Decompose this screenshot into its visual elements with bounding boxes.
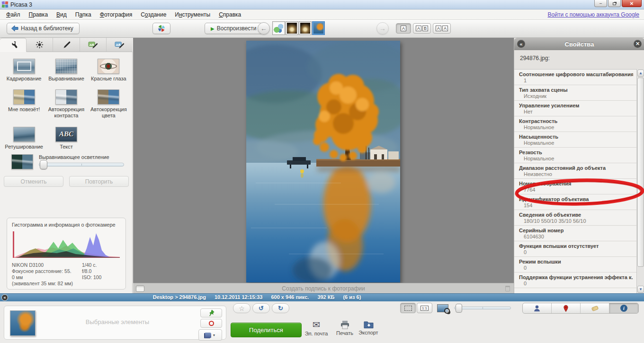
play-button[interactable]: ▶ Воспроизвести bbox=[205, 23, 263, 34]
redo-button[interactable]: Повторить bbox=[69, 176, 129, 187]
fill-light-slider-thumb[interactable] bbox=[40, 160, 47, 169]
edit-tool-thumbnail-icon bbox=[55, 59, 77, 74]
view-single-button[interactable]: A bbox=[396, 23, 411, 34]
fill-light-label: Выравнивающее осветление bbox=[39, 154, 124, 160]
back-arrow-icon bbox=[11, 25, 18, 32]
star-icon: ☆ bbox=[239, 305, 245, 312]
properties-row: Функция вспышки отсутствует 0 bbox=[514, 241, 637, 257]
edit-panel: Кадрирование Выравнивание Красные глаза bbox=[0, 38, 133, 293]
menu-item[interactable]: Создание bbox=[136, 9, 170, 20]
share-button[interactable]: Поделиться bbox=[231, 323, 302, 337]
star-button[interactable]: ☆ bbox=[233, 303, 250, 313]
filmstrip-thumbnail[interactable] bbox=[273, 22, 285, 35]
filmstrip-thumbnail[interactable] bbox=[299, 22, 311, 35]
bottom-bar: Выбранные элементы ▼ ☆ ↺ ↻ bbox=[0, 301, 644, 343]
menu-item[interactable]: Файл bbox=[2, 9, 25, 20]
toolbar: Назад в библиотеку ▶ Воспроизвести ← → bbox=[0, 20, 644, 38]
caption-icon bbox=[136, 285, 144, 292]
edit-pinwheel-button[interactable] bbox=[152, 23, 170, 34]
tab-basic-fixes[interactable] bbox=[0, 38, 27, 52]
tab-effects-green[interactable] bbox=[80, 38, 107, 52]
album-icon bbox=[205, 333, 211, 338]
properties-row: Идентификатор объектива 154 bbox=[514, 194, 637, 210]
restore-button[interactable] bbox=[608, 0, 621, 7]
actual-size-button[interactable]: 1:1 bbox=[417, 303, 432, 313]
scroll-down-button[interactable]: ▼ bbox=[637, 286, 644, 293]
view-compare-button[interactable]: A A bbox=[433, 23, 451, 34]
menu-item[interactable]: Справка bbox=[215, 9, 245, 20]
filmstrip-thumbnail[interactable] bbox=[286, 22, 298, 35]
restore-icon bbox=[613, 2, 616, 5]
blue-brush-icon bbox=[115, 40, 125, 49]
scrollbar-thumb[interactable] bbox=[637, 78, 644, 267]
tag-icon bbox=[590, 304, 599, 313]
edit-tool-thumbnail-icon bbox=[98, 89, 119, 105]
filmstrip-thumbnail-selected[interactable] bbox=[313, 22, 324, 35]
rotate-cw-icon: ↻ bbox=[278, 305, 283, 312]
edit-tool-button[interactable]: Автокоррекция контраста bbox=[45, 89, 87, 119]
rotate-ccw-button[interactable]: ↺ bbox=[252, 303, 270, 313]
right-arrow-icon: → bbox=[379, 25, 386, 32]
rotate-cw-button[interactable]: ↻ bbox=[272, 303, 289, 313]
export-button[interactable]: Экспорт bbox=[354, 320, 383, 335]
people-button[interactable] bbox=[523, 303, 552, 313]
close-button[interactable]: ✕ bbox=[622, 0, 642, 7]
edit-tool-thumbnail-icon bbox=[13, 127, 35, 142]
properties-row: Контрастность Нормальное bbox=[514, 116, 637, 132]
scroll-up-button[interactable]: ▲ bbox=[637, 70, 644, 77]
tab-effects-blue[interactable] bbox=[107, 38, 133, 52]
hold-in-tray-button[interactable] bbox=[200, 308, 222, 317]
add-to-album-button[interactable]: ▼ bbox=[198, 329, 222, 341]
left-arrow-icon: ← bbox=[260, 25, 267, 32]
edit-tool-button[interactable]: Автокоррекция цвета bbox=[88, 89, 130, 119]
sun-icon bbox=[35, 40, 44, 49]
tray-thumbnail[interactable] bbox=[10, 310, 36, 336]
red-circle-icon bbox=[209, 321, 214, 326]
close-panel-button[interactable]: ✕ bbox=[634, 40, 642, 48]
minimize-button[interactable]: – bbox=[594, 0, 607, 7]
places-button[interactable] bbox=[552, 303, 581, 313]
undo-button[interactable]: Отменить bbox=[4, 176, 63, 187]
edit-tool-button[interactable]: Красные глаза bbox=[88, 59, 130, 82]
close-icon: ✕ bbox=[630, 1, 634, 6]
email-button[interactable]: ✉ Эл. почта bbox=[302, 320, 331, 336]
properties-list: Соотношение цифрового масштабирования 1 … bbox=[514, 69, 637, 293]
edit-tool-button[interactable]: Мне повезёт! bbox=[3, 89, 45, 119]
zoom-slider[interactable] bbox=[454, 307, 511, 309]
menu-item[interactable]: Вид bbox=[52, 9, 71, 20]
edit-tool-button[interactable]: ABC Текст bbox=[45, 127, 87, 150]
google-signin-link[interactable]: Войти с помощью аккаунта Google bbox=[548, 11, 639, 18]
zoom-preview-icon[interactable] bbox=[437, 304, 448, 312]
properties-row: Резкость Нормальное bbox=[514, 148, 637, 163]
tab-tuning[interactable] bbox=[27, 38, 53, 52]
picasa-logo-icon bbox=[2, 1, 8, 8]
delete-caption-icon[interactable] bbox=[505, 286, 510, 291]
tags-button[interactable] bbox=[581, 303, 609, 313]
tray-placeholder: Выбранные элементы bbox=[42, 318, 193, 325]
fill-light-slider[interactable] bbox=[39, 163, 124, 167]
caption-bar[interactable]: Создать подпись к фотографии bbox=[133, 283, 514, 293]
edit-tool-button[interactable]: Ретуширование bbox=[3, 127, 45, 150]
clear-tray-button[interactable] bbox=[200, 319, 222, 328]
properties-panel: « Свойства ✕ 294876.jpg: Соотношение циф… bbox=[514, 38, 644, 293]
zoom-slider-thumb[interactable] bbox=[456, 304, 462, 313]
back-to-library-button[interactable]: Назад в библиотеку bbox=[7, 23, 80, 34]
previous-photo-button[interactable]: ← bbox=[258, 22, 270, 35]
edit-tool-thumbnail-icon bbox=[98, 59, 119, 74]
collapse-panel-button[interactable]: « bbox=[517, 40, 525, 48]
tab-effects-brush[interactable] bbox=[53, 38, 80, 52]
menu-item[interactable]: Фотография bbox=[96, 9, 136, 20]
edit-tool-button[interactable]: Кадрирование bbox=[3, 59, 45, 82]
view-split-button[interactable]: A B bbox=[413, 23, 431, 34]
info-button[interactable]: i bbox=[609, 303, 638, 313]
edit-tool-button[interactable]: Выравнивание bbox=[45, 59, 87, 82]
menu-item[interactable]: Инструменты bbox=[170, 9, 215, 20]
fit-to-window-button[interactable] bbox=[400, 303, 416, 313]
green-brush-icon bbox=[88, 40, 98, 49]
next-photo-button[interactable]: → bbox=[376, 22, 389, 35]
menu-item[interactable]: Папка bbox=[71, 9, 96, 20]
collapse-icon: « bbox=[519, 41, 522, 47]
edit-tool-thumbnail-icon bbox=[55, 89, 77, 105]
properties-scrollbar[interactable]: ▲ ▼ bbox=[636, 69, 644, 293]
menu-item[interactable]: Правка bbox=[25, 9, 53, 20]
